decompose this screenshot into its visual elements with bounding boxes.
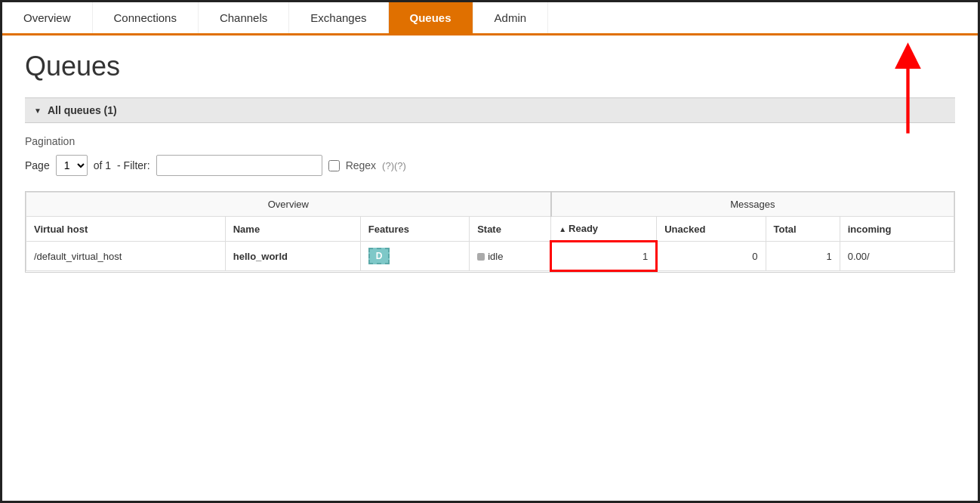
- collapse-icon: ▼: [34, 106, 42, 115]
- nav-item-connections[interactable]: Connections: [93, 2, 199, 33]
- col-unacked[interactable]: Unacked: [657, 217, 766, 242]
- pagination-section: Pagination Page 1 of 1 - Filter: Regex (…: [25, 135, 955, 176]
- messages-group-header: Messages: [551, 193, 954, 217]
- nav-item-channels[interactable]: Channels: [199, 2, 289, 33]
- pagination-controls: Page 1 of 1 - Filter: Regex (?)(?): [25, 155, 955, 176]
- regex-label: Regex: [346, 159, 376, 171]
- queue-table: Overview Messages Virtual host Name Feat…: [26, 192, 954, 272]
- pagination-label: Pagination: [25, 135, 955, 147]
- top-nav: Overview Connections Channels Exchanges …: [2, 2, 978, 35]
- group-header-row: Overview Messages: [26, 193, 954, 217]
- page-label: Page: [25, 159, 50, 171]
- sort-arrow-icon: ▲: [559, 225, 566, 233]
- queue-table-wrapper: Overview Messages Virtual host Name Feat…: [25, 191, 955, 273]
- cell-state: idle: [470, 242, 551, 271]
- cell-unacked: 0: [657, 242, 766, 271]
- col-ready[interactable]: ▲Ready: [551, 217, 657, 242]
- table-row: /default_virtual_host hello_world D idle…: [26, 242, 954, 271]
- column-header-row: Virtual host Name Features State ▲Ready …: [26, 217, 954, 242]
- filter-input[interactable]: [156, 155, 322, 176]
- nav-item-overview[interactable]: Overview: [2, 2, 93, 33]
- nav-item-exchanges[interactable]: Exchanges: [289, 2, 388, 33]
- col-state[interactable]: State: [470, 217, 551, 242]
- col-incoming[interactable]: incoming: [840, 217, 954, 242]
- feature-badge: D: [368, 248, 390, 264]
- col-virtual-host[interactable]: Virtual host: [26, 217, 226, 242]
- page-content: Queues ▼ All queues (1) Pagination Page …: [2, 35, 978, 288]
- page-select[interactable]: 1: [56, 155, 88, 176]
- overview-group-header: Overview: [26, 193, 551, 217]
- cell-features: D: [360, 242, 469, 271]
- cell-name[interactable]: hello_world: [225, 242, 360, 271]
- col-total[interactable]: Total: [766, 217, 840, 242]
- page-title: Queues: [25, 51, 955, 82]
- section-label: All queues (1): [48, 104, 117, 116]
- regex-hint: (?)(?): [382, 160, 406, 171]
- filter-label: - Filter:: [117, 159, 150, 171]
- col-features[interactable]: Features: [360, 217, 469, 242]
- cell-total: 1: [766, 242, 840, 271]
- section-header[interactable]: ▼ All queues (1): [25, 97, 955, 123]
- nav-item-queues[interactable]: Queues: [389, 2, 473, 33]
- col-name[interactable]: Name: [225, 217, 360, 242]
- cell-ready: 1: [551, 242, 657, 271]
- cell-virtual-host: /default_virtual_host: [26, 242, 226, 271]
- of-label: of 1: [94, 159, 111, 171]
- regex-checkbox[interactable]: [328, 160, 340, 171]
- state-dot-icon: [477, 253, 485, 261]
- cell-incoming: 0.00/: [840, 242, 954, 271]
- nav-item-admin[interactable]: Admin: [473, 2, 549, 33]
